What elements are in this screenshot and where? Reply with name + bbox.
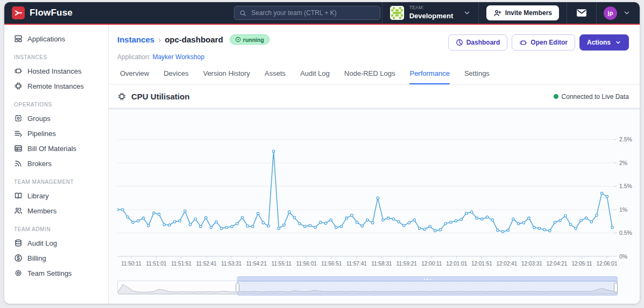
svg-text:11:56:51: 11:56:51	[321, 261, 342, 267]
svg-text:12:00:11: 12:00:11	[421, 261, 442, 267]
invite-members-button[interactable]: Invite Members	[486, 5, 559, 20]
sidebar-item-hosted-instances[interactable]: Hosted Instances	[4, 63, 108, 78]
svg-text:11:52:41: 11:52:41	[196, 261, 217, 267]
brush-selection-top[interactable]	[238, 277, 617, 282]
team-search[interactable]	[234, 6, 380, 20]
tab-settings[interactable]: Settings	[464, 69, 490, 84]
billing-icon	[14, 254, 23, 262]
instance-name: opc-dashboard	[165, 35, 223, 44]
sidebar-item-label: Pipelines	[27, 130, 56, 138]
tab-node-red-logs[interactable]: Node-RED Logs	[344, 69, 395, 84]
breadcrumb-instances-link[interactable]: Instances	[117, 35, 154, 44]
svg-text:12:01:01: 12:01:01	[446, 261, 467, 267]
sidebar-item-label: Brokers	[27, 160, 52, 168]
mail-icon	[576, 9, 587, 17]
tab-version-history[interactable]: Version History	[203, 69, 250, 84]
search-input[interactable]	[250, 9, 375, 17]
sidebar-item-members[interactable]: Members	[4, 203, 108, 218]
chevron-down-icon	[615, 39, 621, 46]
notifications-button[interactable]	[567, 9, 596, 17]
sidebar-item-team-settings[interactable]: Team Settings	[4, 266, 108, 281]
play-circle-icon	[235, 37, 241, 42]
dashboard-button[interactable]: Dashboard	[448, 34, 508, 51]
svg-text:0%: 0%	[619, 253, 627, 260]
chart-range-brush[interactable]	[117, 276, 618, 296]
sidebar-item-label: Audit Log	[27, 239, 57, 247]
application-row: Application: Mayker Workshop	[117, 53, 629, 61]
svg-text:2%: 2%	[619, 160, 627, 166]
sidebar-item-billing[interactable]: Billing	[4, 250, 108, 266]
user-plus-icon	[493, 9, 501, 17]
sidebar-section-header: INSTANCES	[4, 46, 108, 63]
sidebar-item-pipelines[interactable]: Pipelines	[4, 126, 108, 141]
library-icon	[14, 191, 23, 200]
sidebar-item-label: Remote Instances	[27, 82, 84, 90]
invite-members-label: Invite Members	[505, 9, 552, 17]
sidebar-item-label: Billing	[27, 254, 46, 262]
top-navbar: FlowFuse TEAM: Development	[4, 2, 640, 25]
team-selector[interactable]: TEAM: Development	[383, 2, 478, 24]
svg-text:12:01:51: 12:01:51	[471, 261, 492, 267]
svg-text:12:05:11: 12:05:11	[571, 261, 592, 267]
svg-text:12:02:41: 12:02:41	[496, 261, 517, 267]
audit-log-icon	[14, 239, 23, 247]
svg-text:12:03:31: 12:03:31	[521, 261, 542, 267]
brush-handle-left[interactable]	[236, 283, 239, 292]
svg-text:11:50:11: 11:50:11	[121, 261, 141, 267]
brokers-icon	[14, 159, 23, 168]
navbar-right: TEAM: Development Invite Members	[382, 2, 640, 24]
header-actions: Dashboard Open Editor Actions	[448, 34, 629, 51]
sidebar-item-bill-of-materials[interactable]: Bill Of Materials	[4, 141, 108, 156]
instance-tabs: OverviewDevicesVersion HistoryAssetsAudi…	[109, 61, 640, 84]
status-badge: running	[230, 34, 270, 45]
members-icon	[14, 206, 23, 215]
sidebar-item-applications[interactable]: Applications	[4, 31, 108, 46]
pipelines-icon	[14, 129, 23, 138]
chart-title-group: CPU Utilisation	[117, 92, 189, 101]
sidebar-section-header: TEAM MANAGEMENT	[4, 171, 108, 188]
brand-name: FlowFuse	[30, 8, 73, 18]
sidebar-item-library[interactable]: Library	[4, 188, 108, 203]
chevron-down-icon	[463, 9, 471, 17]
sidebar-item-remote-instances[interactable]: Remote Instances	[4, 78, 108, 94]
tab-overview[interactable]: Overview	[120, 69, 149, 84]
team-meta: TEAM: Development	[409, 5, 458, 20]
groups-icon	[14, 114, 23, 123]
tab-audit-log[interactable]: Audit Log	[300, 69, 330, 84]
sidebar-item-label: Applications	[27, 35, 65, 43]
hosted-instances-icon	[14, 67, 23, 75]
team-name: Development	[409, 12, 454, 20]
svg-text:11:51:01: 11:51:01	[146, 261, 167, 267]
actions-button[interactable]: Actions	[579, 34, 629, 51]
svg-text:11:55:11: 11:55:11	[271, 261, 292, 267]
sidebar-section-header: TEAM ADMIN	[4, 218, 108, 235]
sidebar-item-groups[interactable]: Groups	[4, 111, 108, 126]
svg-text:11:54:21: 11:54:21	[246, 261, 267, 267]
divider	[478, 2, 479, 24]
chevron-down-icon	[623, 9, 631, 17]
brush-grip-icon[interactable]	[424, 278, 431, 280]
sidebar-item-label: Team Settings	[27, 269, 72, 277]
brush-handle-right[interactable]	[614, 283, 618, 292]
bill-of-materials-icon	[14, 144, 23, 153]
node-red-icon	[519, 39, 527, 47]
brand[interactable]: FlowFuse	[4, 6, 73, 19]
sidebar-item-audit-log[interactable]: Audit Log	[4, 235, 108, 250]
brush-selection[interactable]	[237, 276, 618, 296]
breadcrumb-separator: ›	[158, 35, 161, 44]
performance-section-header: CPU Utilisation Connected to Live Data	[109, 84, 640, 108]
tab-devices[interactable]: Devices	[164, 69, 188, 84]
tab-performance[interactable]: Performance	[409, 69, 449, 84]
cpu-line-chart[interactable]: 0%0.5%1%1.5%2%2.5%11:50:1111:51:0111:51:…	[117, 115, 640, 272]
user-menu[interactable]: jp	[597, 2, 640, 24]
tab-assets[interactable]: Assets	[265, 69, 286, 84]
application-link[interactable]: Mayker Workshop	[152, 53, 204, 61]
open-editor-button-label: Open Editor	[530, 39, 568, 46]
sidebar-item-label: Bill Of Materials	[27, 145, 76, 153]
sidebar-item-brokers[interactable]: Brokers	[4, 156, 108, 171]
actions-button-label: Actions	[587, 39, 611, 46]
remote-instances-icon	[14, 82, 23, 90]
open-editor-button[interactable]: Open Editor	[512, 34, 575, 51]
app-window: FlowFuse TEAM: Development	[4, 2, 640, 304]
sidebar-section-header: OPERATIONS	[4, 94, 108, 111]
